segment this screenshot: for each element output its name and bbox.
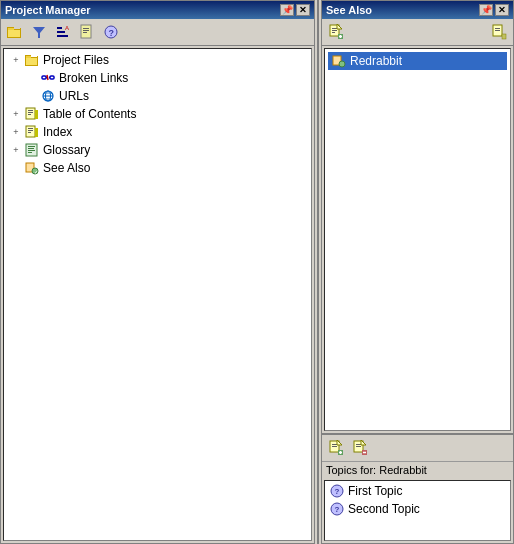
see-also-toolbar <box>322 19 513 46</box>
pin-button[interactable]: 📌 <box>280 4 294 16</box>
glossary-icon <box>24 142 40 158</box>
svg-rect-68 <box>332 444 337 445</box>
project-files-icon <box>24 52 40 68</box>
tree-item-toc[interactable]: + Table of Contents <box>6 105 309 123</box>
see-also-pin-button[interactable]: 📌 <box>479 4 493 16</box>
svg-rect-2 <box>7 37 21 38</box>
index-icon <box>24 124 40 140</box>
svg-rect-0 <box>7 27 14 28</box>
glossary-label: Glossary <box>43 143 90 157</box>
svg-rect-43 <box>28 132 31 133</box>
svg-rect-54 <box>332 28 337 29</box>
expander-glossary[interactable]: + <box>8 142 24 158</box>
svg-rect-35 <box>26 108 35 119</box>
svg-rect-20 <box>25 65 38 66</box>
svg-rect-36 <box>28 110 33 111</box>
svg-rect-62 <box>495 28 500 29</box>
svg-rect-39 <box>35 110 38 119</box>
new-entry-btn[interactable] <box>325 21 347 43</box>
tree-item-urls[interactable]: URLs <box>22 87 309 105</box>
see-also-titlebar: See Also 📌 ✕ <box>322 1 513 19</box>
svg-rect-15 <box>83 32 87 33</box>
filter-btn[interactable] <box>28 21 50 43</box>
bottom-toolbar <box>322 435 513 462</box>
see-also-entries[interactable]: Redrabbit <box>324 48 511 431</box>
first-topic-label: First Topic <box>348 484 402 498</box>
project-manager-titlebar: Project Manager 📌 ✕ <box>1 1 314 19</box>
see-also-close-button[interactable]: ✕ <box>495 4 509 16</box>
svg-rect-14 <box>83 30 89 31</box>
first-topic-icon: ? <box>329 483 345 499</box>
add-topic-btn[interactable] <box>325 437 347 459</box>
open-folder-btn[interactable] <box>4 21 26 43</box>
svg-rect-3 <box>20 28 21 37</box>
svg-rect-69 <box>332 446 337 447</box>
tree-item-glossary[interactable]: + Glossary <box>6 141 309 159</box>
see-also-title: See Also <box>326 4 372 16</box>
svg-rect-49 <box>28 152 32 153</box>
svg-text:?: ? <box>335 487 340 496</box>
tree-item-index[interactable]: + Index <box>6 123 309 141</box>
broken-links-label: Broken Links <box>59 71 128 85</box>
remove-topic-btn[interactable] <box>349 437 371 459</box>
svg-rect-44 <box>35 128 38 137</box>
topics-for-label: Topics for: Redrabbit <box>322 462 513 478</box>
tree-item-project-files[interactable]: + Project Files <box>6 51 309 69</box>
svg-rect-38 <box>28 114 31 115</box>
see-also-panel: See Also 📌 ✕ Redrabbit <box>321 0 514 544</box>
svg-rect-46 <box>28 146 35 147</box>
see-also-entry-redrabbit[interactable]: Redrabbit <box>328 52 507 70</box>
sort-btn[interactable]: A <box>52 21 74 43</box>
svg-rect-47 <box>28 148 34 149</box>
svg-rect-41 <box>28 128 33 129</box>
index-label: Index <box>43 125 72 139</box>
svg-text:?: ? <box>335 505 340 514</box>
svg-text:A: A <box>65 25 69 31</box>
project-tree[interactable]: + Project Files Broken Links URLs + <box>3 48 312 541</box>
see-also-label: See Also <box>43 161 90 175</box>
svg-rect-23 <box>26 56 31 58</box>
second-topic-icon: ? <box>329 501 345 517</box>
svg-rect-64 <box>502 34 506 39</box>
toc-label: Table of Contents <box>43 107 136 121</box>
svg-rect-56 <box>332 32 335 33</box>
svg-text:?: ? <box>109 28 115 38</box>
svg-rect-13 <box>83 28 89 29</box>
expander-toc[interactable]: + <box>8 106 24 122</box>
titlebar-controls: 📌 ✕ <box>280 4 310 16</box>
see-also-top: Redrabbit <box>322 19 513 433</box>
toc-icon <box>24 106 40 122</box>
svg-rect-40 <box>26 126 35 137</box>
left-toolbar: A ? <box>1 19 314 46</box>
entry-icon <box>331 53 347 69</box>
svg-rect-12 <box>81 25 91 38</box>
svg-rect-5 <box>8 28 14 30</box>
project-files-label: Project Files <box>43 53 109 67</box>
project-manager-title: Project Manager <box>5 4 91 16</box>
close-button[interactable]: ✕ <box>296 4 310 16</box>
svg-rect-1 <box>7 27 8 37</box>
svg-rect-63 <box>495 30 500 31</box>
svg-marker-7 <box>33 27 45 38</box>
help-btn[interactable]: ? <box>100 21 122 43</box>
topics-list[interactable]: ? First Topic ? Second Topic <box>324 480 511 541</box>
tree-item-broken-links[interactable]: Broken Links <box>22 69 309 87</box>
svg-rect-8 <box>57 27 62 29</box>
urls-icon <box>40 88 56 104</box>
expander-project-files[interactable]: + <box>8 52 24 68</box>
expander-index[interactable]: + <box>8 124 24 140</box>
project-manager-panel: Project Manager 📌 ✕ A ? <box>0 0 315 544</box>
right-props-btn[interactable] <box>488 21 510 43</box>
tree-item-see-also[interactable]: ✓ See Also <box>6 159 309 177</box>
svg-rect-6 <box>8 30 20 37</box>
topic-item-second[interactable]: ? Second Topic <box>326 500 509 518</box>
svg-rect-55 <box>332 30 337 31</box>
svg-rect-21 <box>37 56 38 65</box>
topic-item-first[interactable]: ? First Topic <box>326 482 509 500</box>
see-also-bottom: Topics for: Redrabbit ? First Topic ? Se… <box>322 433 513 543</box>
properties-btn[interactable] <box>76 21 98 43</box>
svg-rect-76 <box>356 446 361 447</box>
svg-rect-9 <box>57 31 65 33</box>
expander-broken-links <box>24 70 40 86</box>
svg-rect-26 <box>50 76 54 79</box>
